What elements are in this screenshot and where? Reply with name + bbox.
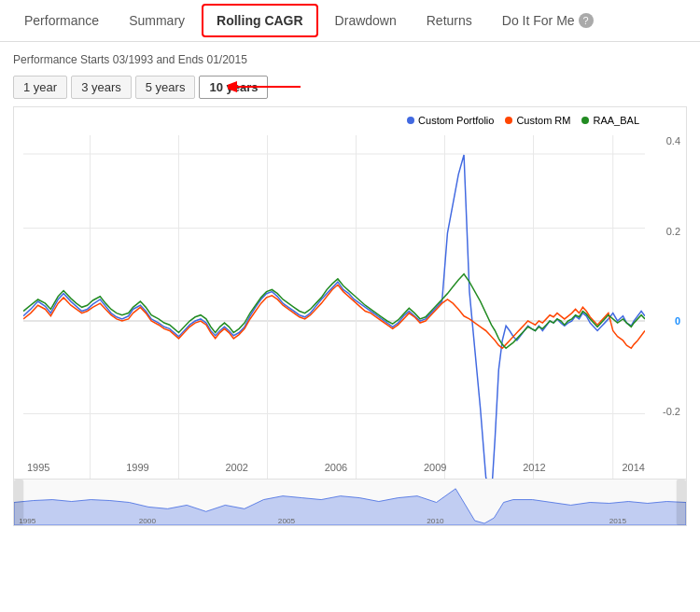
legend-custom-rm: Custom RM <box>505 115 570 126</box>
period-1year[interactable]: 1 year <box>13 76 67 99</box>
svg-rect-21 <box>677 480 686 525</box>
period-5years[interactable]: 5 years <box>135 76 196 99</box>
y-label-04: 0.4 <box>663 135 680 146</box>
period-3years[interactable]: 3 years <box>71 76 132 99</box>
y-axis: 0.4 0.2 0 -0.2 -0.4 <box>663 107 680 525</box>
tab-rolling-cagr[interactable]: Rolling CAGR <box>202 4 318 37</box>
y-label-0: 0 <box>663 315 680 327</box>
x-label-2012: 2012 <box>523 462 545 473</box>
svg-text:2000: 2000 <box>139 517 157 525</box>
x-axis-labels: 1995 1999 2002 2006 2009 2012 2014 <box>27 462 645 473</box>
period-buttons: 1 year 3 years 5 years 10 years <box>13 76 687 99</box>
svg-text:2010: 2010 <box>427 517 444 525</box>
chart-svg <box>23 135 645 507</box>
x-label-2002: 2002 <box>226 462 248 473</box>
legend-label-portfolio: Custom Portfolio <box>418 115 494 126</box>
x-label-1995: 1995 <box>27 462 49 473</box>
tab-summary[interactable]: Summary <box>114 2 200 39</box>
svg-text:2015: 2015 <box>609 517 627 525</box>
performance-dates: Performance Starts 03/1993 and Ends 01/2… <box>13 53 687 66</box>
x-label-2009: 2009 <box>424 462 446 473</box>
svg-marker-14 <box>14 489 686 525</box>
tab-do-it-for-me[interactable]: Do It For Me ? <box>487 2 609 39</box>
y-label-02: 0.2 <box>663 226 680 237</box>
svg-rect-20 <box>14 480 23 525</box>
main-chart: Custom Portfolio Custom RM RAA_BAL 0.4 0… <box>13 106 687 526</box>
tab-performance[interactable]: Performance <box>9 2 114 39</box>
nav-tabs: Performance Summary Rolling CAGR Drawdow… <box>0 0 700 42</box>
y-label-n02: -0.2 <box>663 406 680 417</box>
legend-dot-portfolio <box>407 117 414 124</box>
annotation-arrow <box>228 74 302 100</box>
legend-dot-rm <box>505 117 512 124</box>
legend-raa-bal: RAA_BAL <box>581 115 639 126</box>
chart-legend: Custom Portfolio Custom RM RAA_BAL <box>407 115 639 126</box>
tab-drawdown[interactable]: Drawdown <box>320 2 412 39</box>
mini-chart-svg: 1995 2000 2005 2010 2015 <box>14 480 686 525</box>
svg-text:2005: 2005 <box>278 517 296 525</box>
tab-returns[interactable]: Returns <box>412 2 487 39</box>
legend-custom-portfolio: Custom Portfolio <box>407 115 494 126</box>
x-label-1999: 1999 <box>126 462 148 473</box>
legend-label-raa: RAA_BAL <box>593 115 639 126</box>
mini-chart: 1995 2000 2005 2010 2015 <box>14 479 686 525</box>
main-content: Performance Starts 03/1993 and Ends 01/2… <box>0 42 700 526</box>
legend-dot-raa <box>581 117 589 124</box>
legend-label-rm: Custom RM <box>516 115 570 126</box>
help-icon[interactable]: ? <box>579 13 594 28</box>
x-label-2014: 2014 <box>623 462 645 473</box>
x-label-2006: 2006 <box>325 462 347 473</box>
